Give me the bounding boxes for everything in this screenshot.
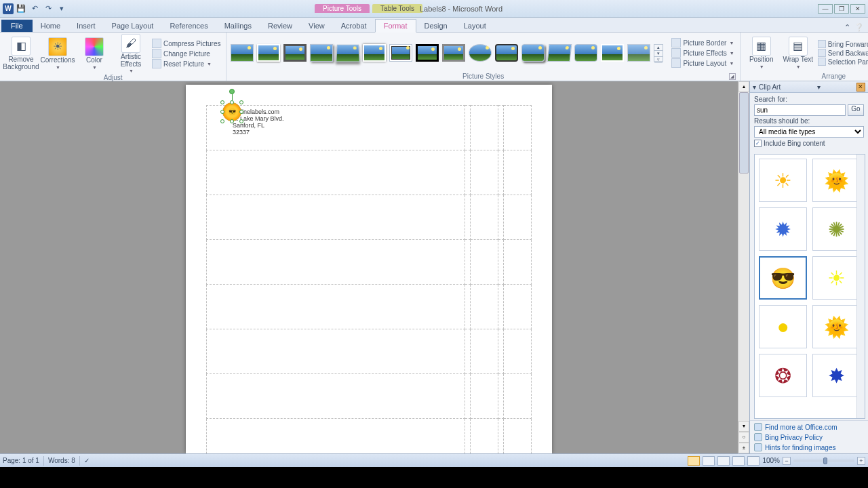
maximize-button[interactable]: ❐ bbox=[834, 4, 849, 14]
full-screen-view-button[interactable] bbox=[703, 456, 715, 466]
tab-view[interactable]: View bbox=[300, 20, 333, 32]
style-thumb[interactable] bbox=[257, 44, 280, 62]
compress-pictures-button[interactable]: Compress Pictures bbox=[151, 39, 222, 48]
style-thumb[interactable] bbox=[469, 44, 492, 62]
style-thumb[interactable] bbox=[310, 44, 333, 62]
tab-page-layout[interactable]: Page Layout bbox=[104, 20, 162, 32]
style-thumb[interactable] bbox=[283, 44, 307, 62]
artistic-effects-button[interactable]: 🖌 Artistic Effects▼ bbox=[114, 34, 148, 73]
resize-handle[interactable] bbox=[230, 119, 234, 123]
resize-handle[interactable] bbox=[239, 110, 243, 114]
draft-view-button[interactable] bbox=[747, 456, 760, 466]
resize-handle[interactable] bbox=[220, 100, 224, 104]
remove-background-button[interactable]: ◧ Remove Background bbox=[4, 37, 38, 70]
label-cell[interactable] bbox=[470, 106, 498, 150]
style-thumb[interactable] bbox=[389, 44, 412, 62]
minimize-button[interactable]: — bbox=[818, 4, 833, 14]
word-count[interactable]: Words: 8 bbox=[48, 457, 75, 464]
picture-layout-button[interactable]: Picture Layout▼ bbox=[670, 58, 735, 68]
wrap-text-button[interactable]: ▤Wrap Text▼ bbox=[781, 37, 815, 69]
redo-icon[interactable]: ↷ bbox=[42, 3, 54, 15]
web-layout-view-button[interactable] bbox=[717, 456, 730, 466]
vertical-scrollbar[interactable]: ▴ ▾ ○ ± bbox=[738, 81, 749, 453]
selected-clipart[interactable]: 😎 bbox=[222, 102, 241, 121]
scroll-down-icon[interactable]: ▾ bbox=[738, 421, 749, 432]
save-icon[interactable]: 💾 bbox=[15, 3, 27, 15]
change-picture-button[interactable]: Change Picture bbox=[151, 49, 222, 58]
scroll-up-icon[interactable]: ▴ bbox=[738, 81, 749, 92]
outline-view-button[interactable] bbox=[732, 456, 745, 466]
zoom-out-button[interactable]: − bbox=[783, 457, 791, 465]
resize-handle[interactable] bbox=[239, 100, 243, 104]
clipart-result[interactable]: ✹ bbox=[759, 207, 807, 251]
pane-dropdown-icon[interactable]: ▾ bbox=[817, 83, 821, 91]
zoom-thumb[interactable] bbox=[823, 458, 827, 464]
send-backward-button[interactable]: Send Backward▼ bbox=[818, 49, 868, 57]
dialog-launcher-icon[interactable]: ◢ bbox=[729, 73, 736, 80]
tab-layout[interactable]: Layout bbox=[456, 20, 494, 32]
label-cell[interactable]: Onlinelabels.com E. Lake Mary Blvd. Sanf… bbox=[207, 106, 465, 150]
scroll-thumb[interactable] bbox=[739, 92, 749, 174]
proofing-icon[interactable]: ✓ bbox=[84, 457, 90, 464]
tab-home[interactable]: Home bbox=[33, 20, 68, 32]
hints-link[interactable]: Hints for finding images bbox=[754, 443, 864, 451]
corrections-button[interactable]: ☀ Corrections▼ bbox=[41, 37, 75, 70]
undo-icon[interactable]: ↶ bbox=[28, 3, 41, 15]
include-bing-checkbox[interactable]: ✓ bbox=[754, 140, 762, 147]
bring-forward-button[interactable]: Bring Forward▼ bbox=[818, 40, 868, 48]
label-cell[interactable] bbox=[503, 106, 531, 150]
clipart-result[interactable]: ☀ bbox=[759, 159, 807, 202]
style-thumb[interactable] bbox=[416, 44, 439, 62]
position-button[interactable]: ▦Position▼ bbox=[745, 37, 778, 69]
color-button[interactable]: Color▼ bbox=[77, 37, 111, 70]
style-thumb[interactable] bbox=[336, 45, 361, 62]
tab-format[interactable]: Format bbox=[375, 19, 416, 33]
resize-handle[interactable] bbox=[220, 119, 224, 123]
resize-handle[interactable] bbox=[239, 119, 243, 123]
find-more-link[interactable]: Find more at Office.com bbox=[754, 423, 864, 431]
tab-acrobat[interactable]: Acrobat bbox=[333, 20, 375, 32]
style-thumb[interactable] bbox=[363, 44, 386, 62]
style-thumb[interactable] bbox=[231, 44, 254, 62]
zoom-in-button[interactable]: + bbox=[857, 457, 865, 465]
pane-close-button[interactable]: ✕ bbox=[856, 83, 865, 92]
media-type-select[interactable]: All media file types bbox=[754, 126, 864, 138]
style-thumb[interactable] bbox=[495, 44, 518, 62]
tab-design[interactable]: Design bbox=[416, 20, 456, 32]
resize-handle[interactable] bbox=[230, 100, 234, 104]
clipart-result[interactable]: ● bbox=[759, 305, 807, 348]
style-thumb[interactable] bbox=[521, 44, 545, 62]
reset-picture-button[interactable]: Reset Picture▼ bbox=[151, 59, 222, 68]
clipart-result[interactable]: ✺ bbox=[812, 207, 861, 251]
label-table[interactable]: Onlinelabels.com E. Lake Mary Blvd. Sanf… bbox=[206, 105, 532, 453]
selection-pane-button[interactable]: Selection Pane bbox=[818, 58, 868, 66]
style-thumb[interactable] bbox=[547, 44, 572, 62]
search-input[interactable] bbox=[754, 104, 846, 116]
go-button[interactable]: Go bbox=[848, 104, 864, 116]
picture-style-gallery[interactable]: ▴▾▿ bbox=[231, 44, 663, 62]
browse-object-icon[interactable]: ○ bbox=[738, 432, 749, 443]
tab-file[interactable]: File bbox=[1, 20, 33, 32]
zoom-level[interactable]: 100% bbox=[762, 457, 780, 464]
privacy-link[interactable]: Bing Privacy Policy bbox=[754, 433, 864, 441]
clipart-result[interactable]: 🌞 bbox=[812, 305, 861, 348]
clipart-result[interactable]: ✸ bbox=[812, 354, 861, 397]
style-thumb[interactable] bbox=[442, 44, 465, 62]
clipart-result-selected[interactable]: 😎 bbox=[759, 256, 807, 300]
picture-effects-button[interactable]: Picture Effects▼ bbox=[670, 48, 735, 58]
clipart-result[interactable]: ❂ bbox=[759, 354, 807, 397]
print-layout-view-button[interactable] bbox=[688, 456, 700, 466]
picture-border-button[interactable]: Picture Border▼ bbox=[670, 38, 735, 47]
pane-menu-icon[interactable]: ▾ bbox=[753, 83, 756, 91]
tab-insert[interactable]: Insert bbox=[68, 20, 104, 32]
gallery-more-button[interactable]: ▴▾▿ bbox=[654, 44, 663, 62]
zoom-slider[interactable] bbox=[793, 460, 854, 462]
resize-handle[interactable] bbox=[220, 110, 224, 114]
style-thumb[interactable] bbox=[574, 44, 597, 62]
clipart-result[interactable]: ☀ bbox=[812, 256, 861, 300]
results-scrollbar[interactable] bbox=[856, 155, 865, 418]
minimize-ribbon-icon[interactable]: ⌃ bbox=[844, 23, 850, 32]
clipart-result[interactable]: 🌞 bbox=[812, 159, 861, 202]
page[interactable]: 😎 Onlinelabels.com E. Lake Mary Blvd. bbox=[186, 85, 552, 453]
document-area[interactable]: 😎 Onlinelabels.com E. Lake Mary Blvd. bbox=[0, 81, 738, 453]
